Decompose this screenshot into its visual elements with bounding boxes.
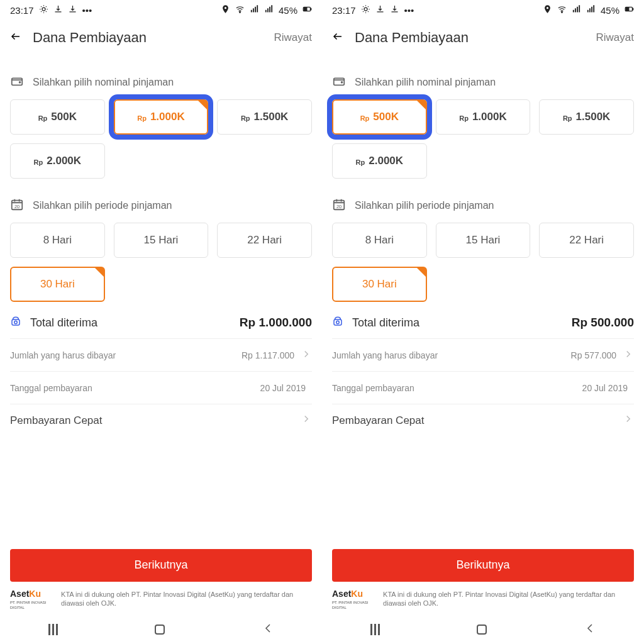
status-bar: 23:17 ••• 45% bbox=[322, 0, 644, 20]
fast-payment-label: Pembayaran Cepat bbox=[332, 414, 623, 427]
nominal-option[interactable]: Rp 1.500K bbox=[217, 99, 312, 135]
svg-point-0 bbox=[42, 8, 45, 11]
svg-point-20 bbox=[364, 8, 367, 11]
svg-rect-33 bbox=[626, 8, 629, 11]
svg-point-22 bbox=[562, 12, 563, 13]
battery-icon bbox=[303, 4, 312, 16]
nominal-option[interactable]: Rp 1.000K bbox=[114, 99, 209, 135]
camera-icon bbox=[39, 4, 48, 16]
period-option[interactable]: 30 Hari bbox=[332, 267, 427, 302]
total-label: Total diterima bbox=[30, 316, 240, 330]
battery-icon bbox=[625, 4, 634, 16]
fast-payment-row[interactable]: Pembayaran Cepat bbox=[10, 404, 312, 436]
period-option[interactable]: 22 Hari bbox=[539, 223, 634, 258]
screenshot: 23:17 ••• 45% Dana Pembiayaan Riwayat bbox=[0, 0, 322, 644]
svg-rect-23 bbox=[573, 10, 574, 13]
home-button[interactable] bbox=[477, 625, 487, 635]
total-value: Rp 500.000 bbox=[572, 316, 634, 330]
nominal-option[interactable]: Rp 500K bbox=[332, 99, 427, 135]
period-option[interactable]: 8 Hari bbox=[332, 223, 427, 258]
nominal-option[interactable]: Rp 2.000K bbox=[332, 143, 427, 179]
money-bag-icon bbox=[10, 316, 21, 330]
battery-percent: 45% bbox=[279, 5, 297, 16]
due-date-value: 20 Jul 2019 bbox=[260, 383, 306, 393]
android-nav-bar bbox=[322, 615, 644, 644]
brand-logo: AsetKu PT. PINTAR INOVASI DIGITAL bbox=[10, 588, 55, 610]
nominal-option[interactable]: Rp 2.000K bbox=[10, 143, 105, 179]
fast-payment-label: Pembayaran Cepat bbox=[10, 414, 301, 427]
signal-icon bbox=[586, 4, 596, 16]
currency-prefix: Rp bbox=[563, 114, 572, 122]
more-icon: ••• bbox=[82, 5, 92, 16]
wifi-icon bbox=[557, 4, 567, 16]
disclaimer-text: KTA ini di dukung oleh PT. Pintar Inovas… bbox=[383, 590, 634, 609]
nominal-section-label: Silahkan pilih nominal pinjaman bbox=[332, 74, 634, 91]
wifi-icon bbox=[235, 4, 245, 16]
currency-prefix: Rp bbox=[241, 114, 250, 122]
back-nav-button[interactable] bbox=[584, 623, 596, 636]
camera-icon bbox=[361, 4, 370, 16]
next-button[interactable]: Berikutnya bbox=[10, 549, 312, 582]
svg-rect-7 bbox=[265, 10, 267, 13]
status-time: 23:17 bbox=[332, 5, 356, 16]
period-option[interactable]: 15 Hari bbox=[114, 223, 209, 258]
nominal-option[interactable]: Rp 1.500K bbox=[539, 99, 634, 135]
page-title: Dana Pembiayaan bbox=[355, 30, 585, 46]
period-option[interactable]: 8 Hari bbox=[10, 223, 105, 258]
svg-rect-24 bbox=[575, 8, 576, 12]
status-time: 23:17 bbox=[10, 5, 34, 16]
due-date-value: 20 Jul 2019 bbox=[582, 383, 628, 393]
amount-due-value: Rp 1.117.000 bbox=[242, 350, 294, 360]
period-option[interactable]: 15 Hari bbox=[436, 223, 531, 258]
amount-due-value: Rp 577.000 bbox=[571, 350, 616, 360]
download-icon bbox=[375, 4, 385, 16]
svg-rect-30 bbox=[593, 5, 594, 12]
amount-due-row[interactable]: Jumlah yang harus dibayar Rp 577.000 bbox=[332, 338, 634, 371]
back-nav-button[interactable] bbox=[262, 623, 274, 636]
chevron-right-icon bbox=[301, 413, 312, 428]
nominal-section-label: Silahkan pilih nominal pinjaman bbox=[10, 74, 312, 91]
period-section-label: 20 Silahkan pilih periode pinjaman bbox=[332, 197, 634, 214]
nominal-option[interactable]: Rp 1.000K bbox=[436, 99, 531, 135]
period-option[interactable]: 30 Hari bbox=[10, 267, 105, 302]
period-section-label: 20 Silahkan pilih periode pinjaman bbox=[10, 197, 312, 214]
period-options: 8 Hari15 Hari22 Hari30 Hari bbox=[10, 223, 312, 302]
fast-payment-row[interactable]: Pembayaran Cepat bbox=[332, 404, 634, 436]
page-title: Dana Pembiayaan bbox=[33, 30, 263, 46]
svg-rect-5 bbox=[255, 7, 256, 13]
svg-rect-28 bbox=[589, 8, 591, 12]
android-nav-bar bbox=[0, 615, 322, 644]
amount-due-row[interactable]: Jumlah yang harus dibayar Rp 1.117.000 bbox=[10, 338, 312, 371]
history-link[interactable]: Riwayat bbox=[274, 31, 312, 44]
svg-rect-29 bbox=[591, 7, 592, 13]
svg-text:20: 20 bbox=[336, 204, 341, 209]
chevron-right-icon bbox=[623, 413, 634, 428]
currency-prefix: Rp bbox=[356, 158, 365, 166]
location-icon bbox=[221, 4, 230, 16]
chevron-right-icon bbox=[301, 348, 312, 362]
chevron-right-icon bbox=[623, 348, 634, 362]
period-options: 8 Hari15 Hari22 Hari30 Hari bbox=[332, 223, 634, 302]
back-button[interactable] bbox=[10, 31, 21, 45]
period-option[interactable]: 22 Hari bbox=[217, 223, 312, 258]
back-button[interactable] bbox=[332, 31, 343, 45]
svg-rect-13 bbox=[304, 8, 307, 11]
brand-logo: AsetKu PT. PINTAR INOVASI DIGITAL bbox=[332, 588, 377, 610]
svg-rect-4 bbox=[253, 8, 254, 12]
history-link[interactable]: Riwayat bbox=[596, 31, 634, 44]
disclaimer-text: KTA ini di dukung oleh PT. Pintar Inovas… bbox=[61, 590, 312, 609]
disclaimer: AsetKu PT. PINTAR INOVASI DIGITAL KTA in… bbox=[10, 588, 312, 610]
home-button[interactable] bbox=[155, 625, 165, 635]
nominal-option[interactable]: Rp 500K bbox=[10, 99, 105, 135]
due-date-label: Tanggal pembayaran bbox=[332, 383, 582, 393]
recents-button[interactable] bbox=[370, 624, 380, 635]
next-button[interactable]: Berikutnya bbox=[332, 549, 634, 582]
svg-rect-25 bbox=[577, 7, 578, 13]
svg-rect-38 bbox=[334, 319, 341, 325]
total-value: Rp 1.000.000 bbox=[240, 316, 312, 330]
recents-button[interactable] bbox=[48, 624, 58, 635]
svg-point-35 bbox=[341, 82, 343, 83]
disclaimer: AsetKu PT. PINTAR INOVASI DIGITAL KTA in… bbox=[332, 588, 634, 610]
total-row: Total diterima Rp 1.000.000 bbox=[10, 316, 312, 330]
due-date-row: Tanggal pembayaran 20 Jul 2019 bbox=[10, 371, 312, 404]
